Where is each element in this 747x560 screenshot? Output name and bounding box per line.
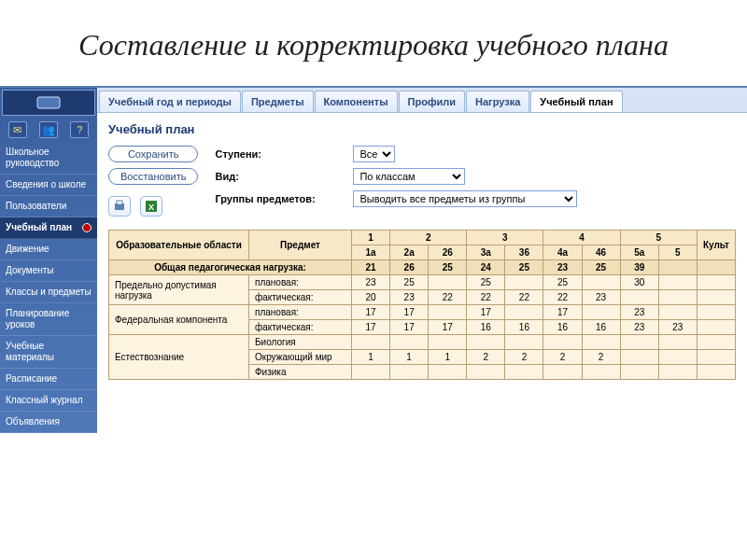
cell[interactable] [505, 335, 543, 350]
cell[interactable]: 22 [505, 290, 543, 305]
cell[interactable]: 17 [429, 320, 467, 335]
cell[interactable] [467, 365, 505, 380]
cell[interactable]: 23 [352, 275, 390, 290]
sidebar-item-9[interactable]: Расписание [0, 369, 97, 390]
cell[interactable]: 25 [467, 275, 505, 290]
cell[interactable]: 1 [390, 350, 429, 365]
cell[interactable]: 16 [467, 320, 505, 335]
cell[interactable]: 22 [467, 290, 505, 305]
sidebar-item-10[interactable]: Классный журнал [0, 390, 97, 412]
stupeni-select[interactable]: Все [353, 146, 395, 162]
tab-4[interactable]: Нагрузка [466, 91, 529, 112]
cell[interactable]: 22 [429, 290, 467, 305]
groups-select[interactable]: Выводить все предметы из группы [353, 190, 577, 207]
cell[interactable]: 30 [620, 275, 658, 290]
help-icon[interactable]: ? [70, 121, 89, 138]
cell[interactable]: 2 [467, 350, 505, 365]
cell[interactable] [429, 305, 467, 320]
print-icon[interactable] [108, 196, 131, 217]
cell[interactable]: 16 [505, 320, 543, 335]
cell[interactable] [505, 305, 543, 320]
cell[interactable] [352, 335, 390, 350]
tab-5[interactable]: Учебный план [530, 91, 622, 112]
mail-icon[interactable]: ✉ [8, 121, 27, 138]
cell[interactable]: 2 [543, 350, 582, 365]
cell[interactable]: 25 [429, 260, 467, 275]
users-icon[interactable]: 👥 [39, 121, 58, 138]
cell[interactable] [467, 335, 505, 350]
cell[interactable] [390, 335, 429, 350]
cell[interactable]: 25 [543, 275, 582, 290]
cell[interactable] [658, 260, 697, 275]
cell[interactable]: 17 [467, 305, 505, 320]
cell[interactable] [543, 365, 582, 380]
cell[interactable]: 17 [352, 320, 390, 335]
cell[interactable] [620, 335, 658, 350]
cell[interactable] [620, 365, 658, 380]
cell[interactable]: 17 [543, 305, 582, 320]
cell[interactable]: 23 [620, 305, 658, 320]
cell[interactable] [658, 335, 697, 350]
excel-icon[interactable]: X [140, 196, 162, 217]
cell[interactable]: 17 [390, 305, 429, 320]
cell[interactable]: 22 [543, 290, 582, 305]
cell[interactable]: 39 [620, 260, 658, 275]
cell[interactable] [658, 305, 697, 320]
cell[interactable] [582, 275, 620, 290]
tab-2[interactable]: Компоненты [315, 91, 398, 112]
vid-select[interactable]: По классам [353, 168, 465, 185]
cell[interactable] [505, 275, 543, 290]
cell[interactable] [620, 290, 658, 305]
cell[interactable]: 25 [505, 260, 543, 275]
cell[interactable] [582, 305, 620, 320]
cell[interactable]: 24 [467, 260, 505, 275]
cell[interactable]: 1 [429, 350, 467, 365]
tab-3[interactable]: Профили [399, 91, 465, 112]
cell[interactable] [429, 365, 467, 380]
cell[interactable]: 23 [658, 320, 697, 335]
cell[interactable]: 17 [352, 305, 390, 320]
sidebar-item-3[interactable]: Учебный план [0, 217, 97, 239]
tab-0[interactable]: Учебный год и периоды [99, 91, 241, 112]
cell[interactable] [505, 365, 543, 380]
sidebar-item-6[interactable]: Классы и предметы [0, 282, 97, 303]
cell[interactable]: 16 [582, 320, 620, 335]
cell[interactable]: 25 [390, 275, 429, 290]
sidebar-item-4[interactable]: Движение [0, 239, 97, 260]
sidebar-item-8[interactable]: Учебные материалы [0, 336, 97, 369]
sidebar-item-2[interactable]: Пользователи [0, 196, 97, 217]
cell[interactable] [429, 275, 467, 290]
sidebar-item-7[interactable]: Планирование уроков [0, 303, 97, 336]
cell[interactable] [658, 365, 697, 380]
cell[interactable]: 23 [582, 290, 620, 305]
cell[interactable]: 16 [543, 320, 582, 335]
tab-1[interactable]: Предметы [242, 91, 314, 112]
cell[interactable]: 25 [582, 260, 620, 275]
cell[interactable]: 21 [352, 260, 390, 275]
cell[interactable]: 2 [505, 350, 543, 365]
cell[interactable] [352, 365, 390, 380]
cell[interactable]: 26 [390, 260, 429, 275]
cell[interactable] [429, 335, 467, 350]
sidebar-item-1[interactable]: Сведения о школе [0, 175, 97, 196]
cell[interactable] [620, 350, 658, 365]
restore-button[interactable]: Восстановить [108, 168, 198, 185]
sidebar-item-5[interactable]: Документы [0, 260, 97, 282]
cell[interactable]: 23 [390, 290, 429, 305]
cell[interactable]: 1 [352, 350, 390, 365]
cell[interactable] [658, 350, 697, 365]
sidebar-item-0[interactable]: Школьное руководство [0, 142, 97, 175]
cell[interactable] [658, 275, 697, 290]
cell[interactable] [658, 290, 697, 305]
cell[interactable] [582, 365, 620, 380]
cell[interactable]: 20 [352, 290, 390, 305]
cell[interactable]: 23 [543, 260, 582, 275]
cell[interactable] [582, 335, 620, 350]
cell[interactable]: 2 [582, 350, 620, 365]
cell[interactable] [390, 365, 429, 380]
cell[interactable]: 23 [620, 320, 658, 335]
cell[interactable] [543, 335, 582, 350]
cell[interactable]: 17 [390, 320, 429, 335]
sidebar-item-11[interactable]: Объявления [0, 412, 97, 433]
save-button[interactable]: Сохранить [108, 146, 198, 162]
